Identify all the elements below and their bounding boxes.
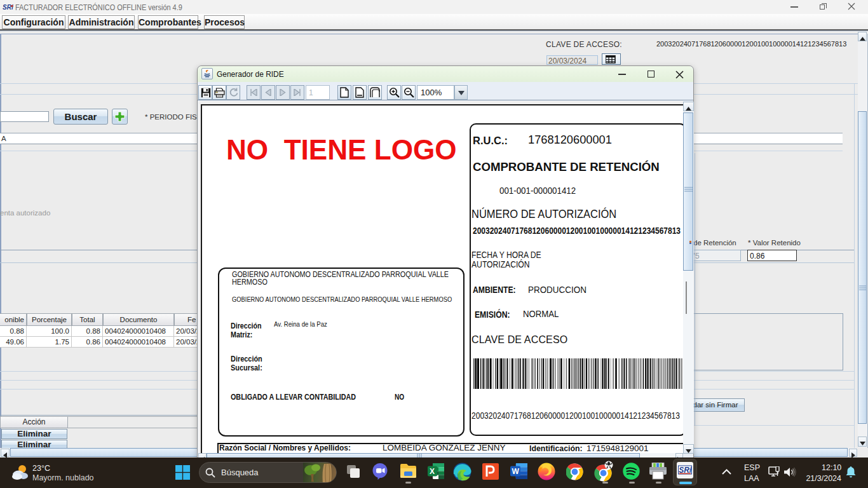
svg-text:W: W (512, 467, 520, 476)
svg-text:SRi: SRi (3, 4, 13, 11)
svg-text:X: X (430, 467, 435, 476)
